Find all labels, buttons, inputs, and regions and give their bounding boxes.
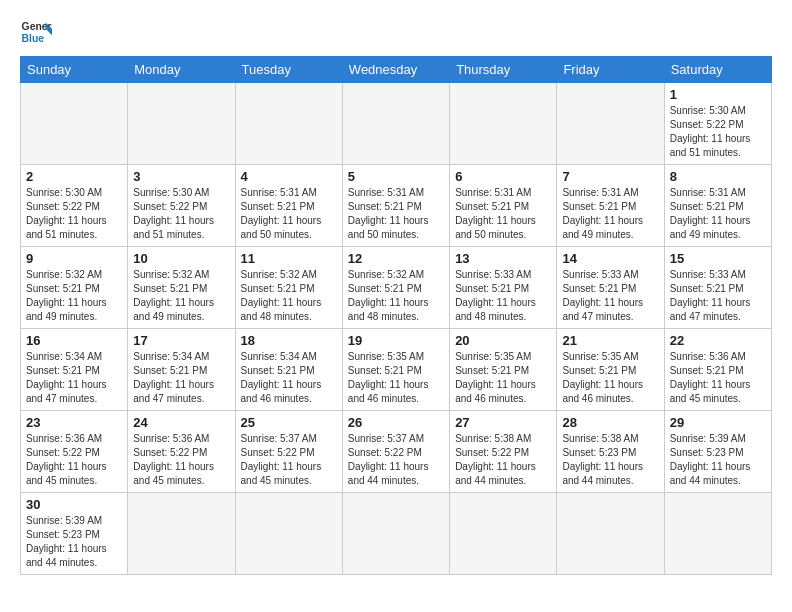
day-info: Sunrise: 5:31 AMSunset: 5:21 PMDaylight:…: [455, 186, 551, 242]
day-info: Sunrise: 5:35 AMSunset: 5:21 PMDaylight:…: [562, 350, 658, 406]
day-number: 14: [562, 251, 658, 266]
logo: General Blue: [20, 16, 52, 48]
calendar-cell: 1Sunrise: 5:30 AMSunset: 5:22 PMDaylight…: [664, 83, 771, 165]
day-info: Sunrise: 5:31 AMSunset: 5:21 PMDaylight:…: [241, 186, 337, 242]
day-of-week-header: Monday: [128, 57, 235, 83]
calendar-cell: [21, 83, 128, 165]
calendar-cell: [450, 493, 557, 575]
day-info: Sunrise: 5:34 AMSunset: 5:21 PMDaylight:…: [241, 350, 337, 406]
day-number: 29: [670, 415, 766, 430]
calendar-cell: 26Sunrise: 5:37 AMSunset: 5:22 PMDayligh…: [342, 411, 449, 493]
day-number: 13: [455, 251, 551, 266]
day-number: 2: [26, 169, 122, 184]
calendar-cell: 2Sunrise: 5:30 AMSunset: 5:22 PMDaylight…: [21, 165, 128, 247]
calendar-cell: 14Sunrise: 5:33 AMSunset: 5:21 PMDayligh…: [557, 247, 664, 329]
calendar-cell: 23Sunrise: 5:36 AMSunset: 5:22 PMDayligh…: [21, 411, 128, 493]
day-info: Sunrise: 5:32 AMSunset: 5:21 PMDaylight:…: [348, 268, 444, 324]
calendar-cell: [664, 493, 771, 575]
day-info: Sunrise: 5:39 AMSunset: 5:23 PMDaylight:…: [670, 432, 766, 488]
day-info: Sunrise: 5:38 AMSunset: 5:22 PMDaylight:…: [455, 432, 551, 488]
day-number: 17: [133, 333, 229, 348]
day-info: Sunrise: 5:36 AMSunset: 5:22 PMDaylight:…: [26, 432, 122, 488]
day-number: 20: [455, 333, 551, 348]
day-of-week-header: Friday: [557, 57, 664, 83]
calendar-cell: 8Sunrise: 5:31 AMSunset: 5:21 PMDaylight…: [664, 165, 771, 247]
day-info: Sunrise: 5:34 AMSunset: 5:21 PMDaylight:…: [133, 350, 229, 406]
calendar-cell: 20Sunrise: 5:35 AMSunset: 5:21 PMDayligh…: [450, 329, 557, 411]
calendar-cell: 4Sunrise: 5:31 AMSunset: 5:21 PMDaylight…: [235, 165, 342, 247]
calendar-cell: 30Sunrise: 5:39 AMSunset: 5:23 PMDayligh…: [21, 493, 128, 575]
day-info: Sunrise: 5:35 AMSunset: 5:21 PMDaylight:…: [348, 350, 444, 406]
day-info: Sunrise: 5:30 AMSunset: 5:22 PMDaylight:…: [133, 186, 229, 242]
calendar-cell: [128, 493, 235, 575]
day-of-week-header: Tuesday: [235, 57, 342, 83]
day-info: Sunrise: 5:33 AMSunset: 5:21 PMDaylight:…: [562, 268, 658, 324]
calendar-cell: [235, 83, 342, 165]
calendar-cell: 15Sunrise: 5:33 AMSunset: 5:21 PMDayligh…: [664, 247, 771, 329]
calendar-cell: 22Sunrise: 5:36 AMSunset: 5:21 PMDayligh…: [664, 329, 771, 411]
calendar-cell: 11Sunrise: 5:32 AMSunset: 5:21 PMDayligh…: [235, 247, 342, 329]
day-info: Sunrise: 5:32 AMSunset: 5:21 PMDaylight:…: [26, 268, 122, 324]
day-info: Sunrise: 5:32 AMSunset: 5:21 PMDaylight:…: [241, 268, 337, 324]
day-number: 1: [670, 87, 766, 102]
day-number: 3: [133, 169, 229, 184]
calendar-cell: 12Sunrise: 5:32 AMSunset: 5:21 PMDayligh…: [342, 247, 449, 329]
calendar-cell: 29Sunrise: 5:39 AMSunset: 5:23 PMDayligh…: [664, 411, 771, 493]
day-number: 16: [26, 333, 122, 348]
calendar-cell: [235, 493, 342, 575]
calendar-cell: 19Sunrise: 5:35 AMSunset: 5:21 PMDayligh…: [342, 329, 449, 411]
day-number: 12: [348, 251, 444, 266]
day-number: 27: [455, 415, 551, 430]
day-number: 15: [670, 251, 766, 266]
day-info: Sunrise: 5:37 AMSunset: 5:22 PMDaylight:…: [348, 432, 444, 488]
calendar-cell: 10Sunrise: 5:32 AMSunset: 5:21 PMDayligh…: [128, 247, 235, 329]
logo-icon: General Blue: [20, 16, 52, 48]
day-info: Sunrise: 5:35 AMSunset: 5:21 PMDaylight:…: [455, 350, 551, 406]
svg-text:Blue: Blue: [22, 33, 45, 44]
day-number: 24: [133, 415, 229, 430]
day-number: 30: [26, 497, 122, 512]
calendar-cell: 5Sunrise: 5:31 AMSunset: 5:21 PMDaylight…: [342, 165, 449, 247]
day-of-week-header: Thursday: [450, 57, 557, 83]
calendar-cell: 27Sunrise: 5:38 AMSunset: 5:22 PMDayligh…: [450, 411, 557, 493]
calendar-cell: [557, 83, 664, 165]
day-number: 7: [562, 169, 658, 184]
day-number: 26: [348, 415, 444, 430]
calendar-cell: 28Sunrise: 5:38 AMSunset: 5:23 PMDayligh…: [557, 411, 664, 493]
day-number: 22: [670, 333, 766, 348]
day-info: Sunrise: 5:36 AMSunset: 5:21 PMDaylight:…: [670, 350, 766, 406]
day-info: Sunrise: 5:33 AMSunset: 5:21 PMDaylight:…: [455, 268, 551, 324]
day-of-week-header: Wednesday: [342, 57, 449, 83]
day-info: Sunrise: 5:31 AMSunset: 5:21 PMDaylight:…: [562, 186, 658, 242]
day-info: Sunrise: 5:39 AMSunset: 5:23 PMDaylight:…: [26, 514, 122, 570]
day-info: Sunrise: 5:30 AMSunset: 5:22 PMDaylight:…: [26, 186, 122, 242]
calendar-cell: 9Sunrise: 5:32 AMSunset: 5:21 PMDaylight…: [21, 247, 128, 329]
day-info: Sunrise: 5:30 AMSunset: 5:22 PMDaylight:…: [670, 104, 766, 160]
day-info: Sunrise: 5:37 AMSunset: 5:22 PMDaylight:…: [241, 432, 337, 488]
calendar-cell: 13Sunrise: 5:33 AMSunset: 5:21 PMDayligh…: [450, 247, 557, 329]
day-info: Sunrise: 5:31 AMSunset: 5:21 PMDaylight:…: [348, 186, 444, 242]
calendar-cell: 6Sunrise: 5:31 AMSunset: 5:21 PMDaylight…: [450, 165, 557, 247]
day-number: 28: [562, 415, 658, 430]
day-number: 4: [241, 169, 337, 184]
day-number: 8: [670, 169, 766, 184]
calendar-cell: [450, 83, 557, 165]
page-header: General Blue: [20, 16, 772, 48]
day-info: Sunrise: 5:32 AMSunset: 5:21 PMDaylight:…: [133, 268, 229, 324]
calendar-cell: 7Sunrise: 5:31 AMSunset: 5:21 PMDaylight…: [557, 165, 664, 247]
calendar-cell: 17Sunrise: 5:34 AMSunset: 5:21 PMDayligh…: [128, 329, 235, 411]
calendar-table: SundayMondayTuesdayWednesdayThursdayFrid…: [20, 56, 772, 575]
day-info: Sunrise: 5:31 AMSunset: 5:21 PMDaylight:…: [670, 186, 766, 242]
day-number: 10: [133, 251, 229, 266]
calendar-cell: 25Sunrise: 5:37 AMSunset: 5:22 PMDayligh…: [235, 411, 342, 493]
calendar-cell: 16Sunrise: 5:34 AMSunset: 5:21 PMDayligh…: [21, 329, 128, 411]
calendar-cell: [342, 83, 449, 165]
day-number: 5: [348, 169, 444, 184]
calendar-cell: 21Sunrise: 5:35 AMSunset: 5:21 PMDayligh…: [557, 329, 664, 411]
day-info: Sunrise: 5:38 AMSunset: 5:23 PMDaylight:…: [562, 432, 658, 488]
day-number: 23: [26, 415, 122, 430]
day-of-week-header: Saturday: [664, 57, 771, 83]
day-number: 25: [241, 415, 337, 430]
day-of-week-header: Sunday: [21, 57, 128, 83]
day-number: 9: [26, 251, 122, 266]
